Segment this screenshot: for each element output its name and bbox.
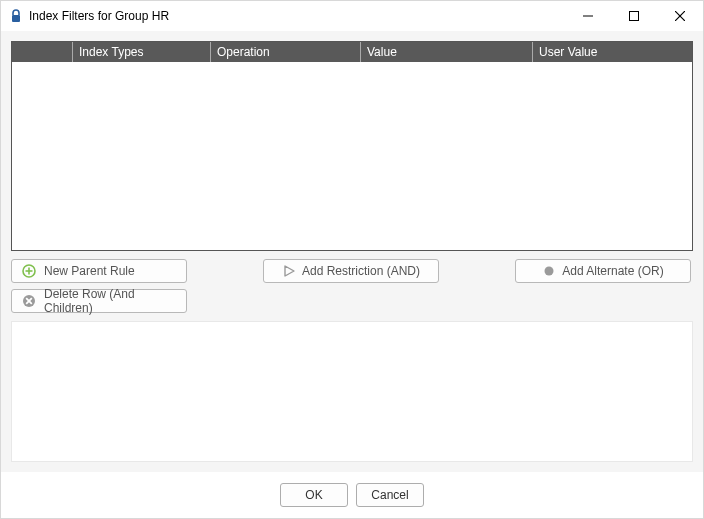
svg-point-9 bbox=[545, 267, 554, 276]
svg-marker-8 bbox=[285, 266, 294, 276]
dialog-footer: OK Cancel bbox=[1, 472, 703, 518]
column-header-blank[interactable] bbox=[12, 42, 72, 62]
svg-rect-2 bbox=[630, 12, 639, 21]
cancel-button[interactable]: Cancel bbox=[356, 483, 424, 507]
play-icon bbox=[282, 264, 296, 278]
lock-icon bbox=[9, 9, 23, 23]
delete-row-button[interactable]: Delete Row (And Children) bbox=[11, 289, 187, 313]
dialog-window: Index Filters for Group HR Index Types O… bbox=[0, 0, 704, 519]
close-button[interactable] bbox=[657, 1, 703, 31]
x-circle-icon bbox=[22, 294, 36, 308]
add-alternate-button[interactable]: Add Alternate (OR) bbox=[515, 259, 691, 283]
cancel-label: Cancel bbox=[371, 488, 408, 502]
action-buttons: New Parent Rule Add Restriction (AND) Ad… bbox=[11, 259, 693, 313]
column-header-value[interactable]: Value bbox=[360, 42, 532, 62]
ok-label: OK bbox=[305, 488, 322, 502]
window-title: Index Filters for Group HR bbox=[29, 9, 565, 23]
grid-body-empty[interactable] bbox=[12, 62, 692, 250]
svg-rect-0 bbox=[12, 15, 20, 22]
window-controls bbox=[565, 1, 703, 31]
column-header-index-types[interactable]: Index Types bbox=[72, 42, 210, 62]
rules-grid[interactable]: Index Types Operation Value User Value bbox=[11, 41, 693, 251]
delete-row-label: Delete Row (And Children) bbox=[44, 287, 176, 315]
preview-panel bbox=[11, 321, 693, 462]
circle-icon bbox=[542, 264, 556, 278]
ok-button[interactable]: OK bbox=[280, 483, 348, 507]
new-parent-rule-button[interactable]: New Parent Rule bbox=[11, 259, 187, 283]
add-restriction-label: Add Restriction (AND) bbox=[302, 264, 420, 278]
column-header-user-value[interactable]: User Value bbox=[532, 42, 692, 62]
maximize-button[interactable] bbox=[611, 1, 657, 31]
column-header-operation[interactable]: Operation bbox=[210, 42, 360, 62]
plus-circle-icon bbox=[22, 264, 36, 278]
titlebar: Index Filters for Group HR bbox=[1, 1, 703, 31]
dialog-body: Index Types Operation Value User Value N… bbox=[1, 31, 703, 472]
add-restriction-button[interactable]: Add Restriction (AND) bbox=[263, 259, 439, 283]
grid-header: Index Types Operation Value User Value bbox=[12, 42, 692, 62]
add-alternate-label: Add Alternate (OR) bbox=[562, 264, 663, 278]
minimize-button[interactable] bbox=[565, 1, 611, 31]
new-parent-rule-label: New Parent Rule bbox=[44, 264, 135, 278]
